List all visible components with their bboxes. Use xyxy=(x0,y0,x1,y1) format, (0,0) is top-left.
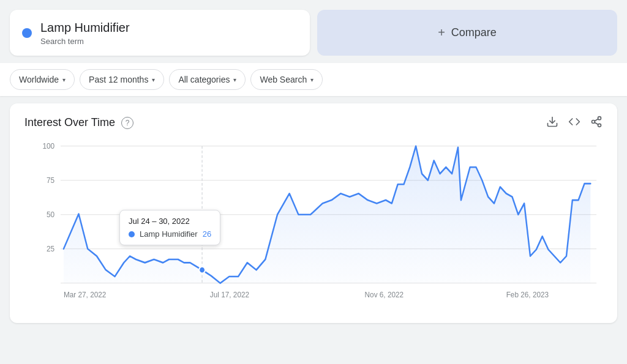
filter-worldwide-label: Worldwide xyxy=(19,75,59,84)
compare-label: Compare xyxy=(451,26,497,39)
chevron-down-icon: ▾ xyxy=(310,76,314,83)
top-section: Lamp Humidifier Search term + Compare xyxy=(0,0,627,63)
chart-section: Interest Over Time ? xyxy=(10,103,617,323)
svg-point-20 xyxy=(199,267,205,273)
chevron-down-icon: ▾ xyxy=(62,76,66,83)
svg-text:100: 100 xyxy=(42,142,54,151)
svg-text:Jul 17, 2022: Jul 17, 2022 xyxy=(210,291,249,300)
code-icon[interactable] xyxy=(568,116,580,130)
search-term-card: Lamp Humidifier Search term xyxy=(10,10,310,56)
chart-header: Interest Over Time ? xyxy=(24,116,603,130)
chevron-down-icon: ▾ xyxy=(233,76,236,83)
filters-section: Worldwide ▾ Past 12 months ▾ All categor… xyxy=(0,63,627,96)
search-term-sublabel: Search term xyxy=(40,37,130,46)
filter-allcategories[interactable]: All categories ▾ xyxy=(169,69,246,90)
svg-line-5 xyxy=(595,119,598,121)
svg-line-4 xyxy=(595,122,598,124)
filter-websearch[interactable]: Web Search ▾ xyxy=(250,69,323,90)
filter-allcategories-label: All categories xyxy=(178,75,230,84)
chart-title-group: Interest Over Time ? xyxy=(24,116,133,129)
svg-text:Mar 27, 2022: Mar 27, 2022 xyxy=(64,291,107,300)
filter-past12months[interactable]: Past 12 months ▾ xyxy=(80,69,164,90)
svg-text:Nov 6, 2022: Nov 6, 2022 xyxy=(365,291,404,300)
download-icon[interactable] xyxy=(546,116,558,130)
filter-worldwide[interactable]: Worldwide ▾ xyxy=(10,69,75,90)
share-icon[interactable] xyxy=(590,116,603,130)
chart-container: 100 75 50 25 Mar 27, 2022 Jul 17, 2022 N… xyxy=(24,139,603,311)
filter-past12months-label: Past 12 months xyxy=(89,75,148,84)
search-term-text: Lamp Humidifier Search term xyxy=(40,20,130,46)
search-term-label: Lamp Humidifier xyxy=(40,20,130,35)
help-icon[interactable]: ? xyxy=(121,117,133,129)
interest-chart: 100 75 50 25 Mar 27, 2022 Jul 17, 2022 N… xyxy=(24,139,603,311)
chart-actions xyxy=(546,116,603,130)
chart-title: Interest Over Time xyxy=(24,116,115,129)
svg-text:75: 75 xyxy=(47,176,54,185)
compare-plus-icon: + xyxy=(438,26,445,40)
svg-text:25: 25 xyxy=(47,245,54,254)
svg-text:50: 50 xyxy=(47,210,54,220)
filter-websearch-label: Web Search xyxy=(260,75,307,84)
term-dot xyxy=(22,28,32,38)
chevron-down-icon: ▾ xyxy=(152,76,155,83)
compare-card[interactable]: + Compare xyxy=(317,10,617,56)
svg-text:Feb 26, 2023: Feb 26, 2023 xyxy=(506,291,549,300)
